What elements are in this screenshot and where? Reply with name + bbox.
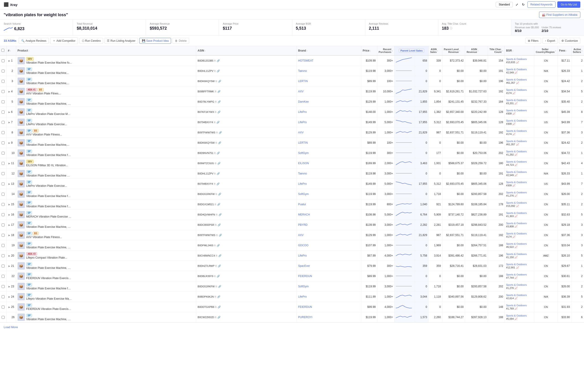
brand-link[interactable]: AXV xyxy=(298,131,304,134)
bsr-chart-icon[interactable]: 📈 xyxy=(516,266,519,269)
copy-icon[interactable]: ⎘ xyxy=(215,316,217,318)
row-expand-button[interactable]: ▶ xyxy=(8,254,11,258)
row-checkbox[interactable] xyxy=(2,59,5,62)
th-product-sort[interactable]: Product ↕ xyxy=(18,49,195,52)
brand-link[interactable]: FEIERDUN xyxy=(298,274,312,278)
row-checkbox[interactable] xyxy=(2,182,5,186)
info-icon[interactable]: ⓘ xyxy=(450,26,452,30)
link-icon[interactable]: 🔗 xyxy=(217,90,221,93)
bsr-category-link[interactable]: Sports & Outdoors xyxy=(506,304,527,307)
link-icon[interactable]: 🔗 xyxy=(218,80,221,83)
copy-icon[interactable]: ⎘ xyxy=(216,254,217,257)
link-icon[interactable]: 🔗 xyxy=(218,306,221,308)
bsr-category-link[interactable]: Sports & Outdoors xyxy=(506,140,527,142)
row-checkbox[interactable] xyxy=(2,90,5,93)
link-icon[interactable]: 🔗 xyxy=(218,193,221,196)
bsr-category-link[interactable]: Sports & Outdoors xyxy=(506,68,527,71)
brand-link[interactable]: LifePro xyxy=(298,254,307,257)
bsr-chart-icon[interactable]: 📈 xyxy=(512,92,515,94)
row-checkbox[interactable] xyxy=(2,70,5,72)
bsr-chart-icon[interactable]: 📈 xyxy=(512,133,515,136)
copy-icon[interactable]: ⎘ xyxy=(214,182,216,185)
add-competitor-button[interactable]: ＋ Add Competitor xyxy=(50,38,78,44)
row-expand-button[interactable]: ▶ xyxy=(8,162,11,165)
bsr-category-link[interactable]: Sports & Outdoors xyxy=(506,150,527,153)
brand-link[interactable]: LERTIN xyxy=(298,141,308,144)
brand-link[interactable]: DamKee xyxy=(298,100,309,103)
bsr-category-link[interactable]: Sports & Outdoors xyxy=(506,130,527,132)
th-parent-revenue-sort[interactable]: Parent LevelRevenue ↕ xyxy=(444,48,463,53)
row-expand-button[interactable]: ▶ xyxy=(8,264,11,268)
link-icon[interactable]: 🔗 xyxy=(217,152,220,154)
load-more-button[interactable]: Load More xyxy=(4,326,18,329)
link-icon[interactable]: 🔗 xyxy=(217,295,220,298)
row-expand-button[interactable]: ▶ xyxy=(8,121,11,124)
bsr-chart-icon[interactable]: 📈 xyxy=(512,122,515,125)
bsr-chart-icon[interactable]: 📈 xyxy=(514,256,518,258)
bsr-category-link[interactable]: Sports & Outdoors xyxy=(506,222,527,224)
th-asin-sales-sort[interactable]: ASINSales ↕ xyxy=(430,48,441,53)
row-checkbox[interactable] xyxy=(2,316,5,319)
export-button[interactable]: ↑ Export xyxy=(542,38,558,44)
row-expand-button[interactable]: ▶ xyxy=(8,110,11,114)
brand-link[interactable]: LifePro xyxy=(298,182,307,186)
link-icon[interactable]: 🔗 xyxy=(217,59,220,62)
row-checkbox[interactable] xyxy=(2,121,5,124)
bsr-chart-icon[interactable]: 📈 xyxy=(514,174,518,176)
bsr-chart-icon[interactable]: 📈 xyxy=(514,297,518,300)
bsr-chart-icon[interactable]: 📈 xyxy=(514,102,518,105)
row-expand-button[interactable]: ▶ xyxy=(8,305,11,309)
link-icon[interactable]: 🔗 xyxy=(217,203,220,206)
bsr-chart-icon[interactable]: 📈 xyxy=(514,307,518,310)
brand-link[interactable]: Taevno xyxy=(298,69,307,72)
bsr-category-link[interactable]: Sports & Outdoors xyxy=(506,253,527,256)
link-icon[interactable]: 🔗 xyxy=(218,264,221,268)
related-keywords-button[interactable]: Related Keywords xyxy=(527,1,555,8)
link-icon[interactable]: 🔗 xyxy=(218,285,221,288)
bsr-category-link[interactable]: Sports & Outdoors xyxy=(506,294,527,296)
copy-icon[interactable]: ⎘ xyxy=(214,70,216,72)
row-checkbox[interactable] xyxy=(2,234,5,237)
row-expand-button[interactable]: ▶ xyxy=(8,141,11,144)
link-icon[interactable]: 🔗 xyxy=(217,244,220,247)
brand-link[interactable]: PBYRD xyxy=(298,223,308,226)
row-checkbox[interactable] xyxy=(2,254,5,257)
row-checkbox[interactable] xyxy=(2,142,5,144)
save-product-idea-button[interactable]: 💾 Save Product Idea xyxy=(139,38,171,44)
refresh-icon[interactable]: ↻ xyxy=(521,2,526,7)
bsr-chart-icon[interactable]: 📈 xyxy=(514,246,518,248)
link-icon[interactable]: 🔗 xyxy=(217,162,221,165)
th-brand-sort[interactable]: Brand ↕ xyxy=(298,49,360,52)
link-icon[interactable]: 🔗 xyxy=(218,224,221,226)
copy-icon[interactable]: ⎘ xyxy=(214,59,216,62)
copy-icon[interactable]: ⎘ xyxy=(214,244,216,247)
brand-link[interactable]: MERACH xyxy=(298,213,310,216)
th-asin-sort[interactable]: ASIN ↕ xyxy=(198,49,295,52)
bsr-category-link[interactable]: Sports & Outdoors xyxy=(506,242,527,245)
row-expand-button[interactable]: ▶ xyxy=(8,90,11,93)
bsr-chart-icon[interactable]: 📈 xyxy=(516,143,519,146)
copy-icon[interactable]: ⎘ xyxy=(215,306,217,308)
bsr-chart-icon[interactable]: 📈 xyxy=(514,318,518,320)
brand-link[interactable]: LifePro xyxy=(298,121,307,124)
copy-icon[interactable]: ⎘ xyxy=(214,152,216,154)
brand-link[interactable]: AXV xyxy=(298,90,304,93)
brand-link[interactable]: PUREROYI xyxy=(298,316,313,319)
link-icon[interactable]: 🔗 xyxy=(219,131,222,134)
brand-link[interactable]: SoftGym xyxy=(298,285,309,288)
bsr-chart-icon[interactable]: 📈 xyxy=(514,71,518,74)
link-icon[interactable]: 🔗 xyxy=(219,234,222,237)
copy-icon[interactable]: ⎘ xyxy=(214,172,216,175)
view-mode-button[interactable]: Standard xyxy=(496,2,513,7)
copy-icon[interactable]: ⎘ xyxy=(215,264,217,267)
copy-icon[interactable]: ⎘ xyxy=(216,80,217,82)
go-to-my-list-button[interactable]: Go to My List xyxy=(557,1,580,8)
copy-icon[interactable]: ⎘ xyxy=(215,90,217,93)
customize-button[interactable]: ⚙ Customize xyxy=(559,38,580,44)
row-checkbox[interactable] xyxy=(2,110,5,114)
bsr-category-link[interactable]: Sports & Outdoors xyxy=(506,232,527,235)
analyze-reviews-button[interactable]: 🔍 Analyze Reviews xyxy=(19,38,49,44)
bsr-category-link[interactable]: Sports & Outdoors xyxy=(506,160,527,163)
bsr-category-link[interactable]: Sports & Outdoors xyxy=(506,58,527,60)
find-suppliers-button[interactable]: 🏭 Find Suppliers on Alibaba xyxy=(539,12,580,18)
